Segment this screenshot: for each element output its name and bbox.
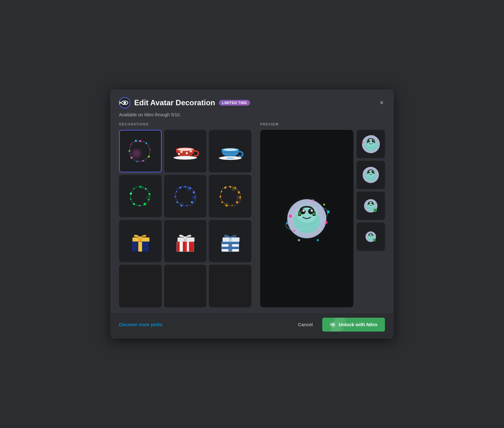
svg-point-114 bbox=[325, 221, 328, 224]
svg-point-159 bbox=[374, 209, 376, 211]
svg-point-7 bbox=[132, 149, 141, 158]
preview-size-small bbox=[357, 223, 385, 251]
gift-blue-white-icon bbox=[215, 226, 246, 257]
fairy-lights-pink-icon bbox=[125, 136, 156, 166]
preview-size-large bbox=[357, 130, 385, 158]
preview-sizes bbox=[357, 130, 385, 307]
svg-point-133 bbox=[362, 142, 364, 143]
frog-avatar-preview bbox=[282, 194, 332, 244]
frog-size-large bbox=[359, 132, 383, 156]
svg-point-175 bbox=[332, 324, 334, 325]
discord-nitro-icon bbox=[119, 97, 130, 108]
decoration-item-gift-red[interactable] bbox=[164, 220, 207, 263]
svg-point-116 bbox=[293, 230, 295, 232]
modal-title: Edit Avatar Decoration bbox=[134, 98, 215, 107]
svg-point-134 bbox=[378, 145, 380, 146]
svg-point-50 bbox=[186, 205, 188, 206]
svg-point-67 bbox=[219, 196, 221, 198]
svg-point-71 bbox=[237, 195, 241, 200]
svg-point-146 bbox=[373, 172, 375, 173]
svg-point-38 bbox=[139, 205, 140, 206]
header-left: Edit Avatar Decoration LIMITED TIME bbox=[119, 97, 250, 108]
svg-point-69 bbox=[224, 187, 226, 189]
svg-point-34 bbox=[145, 188, 147, 190]
svg-point-43 bbox=[140, 186, 143, 189]
ring-green-icon bbox=[125, 181, 156, 211]
svg-point-111 bbox=[312, 212, 316, 215]
svg-point-63 bbox=[236, 201, 238, 203]
svg-point-54 bbox=[176, 191, 177, 192]
svg-point-172 bbox=[373, 240, 375, 241]
decoration-item-teacup-red[interactable] bbox=[164, 130, 207, 172]
decoration-item-ring-blue[interactable] bbox=[164, 175, 207, 217]
footer-right: Cancel Unlock with Nitro bbox=[292, 318, 385, 332]
unlock-with-nitro-button[interactable]: Unlock with Nitro bbox=[322, 318, 385, 332]
decoration-item-partial-2[interactable] bbox=[164, 265, 207, 307]
svg-point-131 bbox=[366, 141, 368, 142]
svg-point-75 bbox=[139, 236, 141, 238]
svg-point-72 bbox=[225, 203, 228, 207]
svg-point-121 bbox=[298, 239, 300, 241]
svg-point-32 bbox=[131, 187, 150, 205]
svg-point-40 bbox=[130, 199, 131, 200]
nitro-button-icon bbox=[330, 321, 336, 328]
svg-point-42 bbox=[133, 188, 135, 189]
svg-rect-88 bbox=[183, 242, 187, 252]
svg-point-56 bbox=[187, 187, 191, 191]
preview-section-label: PREVIEW bbox=[260, 122, 385, 126]
svg-point-156 bbox=[368, 204, 369, 205]
svg-point-35 bbox=[148, 193, 151, 195]
svg-point-20 bbox=[186, 152, 188, 154]
decorations-section: DECORATIONS bbox=[119, 122, 251, 307]
svg-point-64 bbox=[232, 205, 233, 206]
modal-body: DECORATIONS bbox=[110, 122, 394, 312]
decoration-item-partial-1[interactable] bbox=[119, 265, 162, 307]
svg-point-120 bbox=[323, 204, 325, 205]
cancel-button[interactable]: Cancel bbox=[292, 319, 318, 330]
svg-point-47 bbox=[193, 191, 195, 194]
decoration-item-gift-yellow[interactable] bbox=[119, 220, 162, 263]
edit-avatar-decoration-modal: Edit Avatar Decoration LIMITED TIME × Av… bbox=[110, 90, 394, 338]
close-button[interactable]: × bbox=[378, 98, 385, 107]
svg-point-49 bbox=[191, 201, 193, 203]
preview-area bbox=[260, 130, 385, 307]
ring-gold-icon bbox=[215, 181, 246, 211]
svg-point-118 bbox=[286, 223, 288, 224]
discover-more-perks-button[interactable]: Discover more perks bbox=[119, 322, 163, 327]
svg-point-70 bbox=[232, 187, 236, 191]
svg-point-37 bbox=[144, 203, 146, 205]
svg-point-57 bbox=[192, 195, 196, 200]
svg-point-44 bbox=[146, 196, 150, 200]
decoration-item-partial-3[interactable] bbox=[209, 265, 251, 307]
limited-time-badge: LIMITED TIME bbox=[219, 100, 250, 106]
svg-point-39 bbox=[133, 203, 135, 205]
svg-point-55 bbox=[179, 187, 181, 189]
decoration-item-teacup-blue[interactable] bbox=[209, 130, 251, 172]
modal-header: Edit Avatar Decoration LIMITED TIME × bbox=[110, 90, 394, 111]
preview-section: PREVIEW bbox=[251, 122, 385, 307]
decorations-grid bbox=[119, 130, 251, 307]
svg-point-24 bbox=[177, 148, 193, 151]
svg-point-2 bbox=[123, 101, 126, 104]
svg-point-68 bbox=[221, 191, 222, 192]
modal-footer: Discover more perks Cancel Unlock with N… bbox=[110, 312, 394, 338]
svg-point-132 bbox=[374, 141, 375, 142]
svg-point-157 bbox=[373, 204, 374, 205]
svg-rect-84 bbox=[177, 242, 180, 252]
preview-size-medium bbox=[357, 192, 385, 220]
svg-point-58 bbox=[180, 203, 183, 207]
decoration-item-ring-green[interactable] bbox=[119, 175, 162, 217]
unlock-button-label: Unlock with Nitro bbox=[339, 322, 377, 327]
decoration-item-fairy-lights-pink[interactable] bbox=[119, 130, 162, 172]
svg-point-115 bbox=[312, 199, 314, 201]
svg-point-152 bbox=[369, 203, 370, 203]
svg-point-117 bbox=[327, 211, 329, 213]
decoration-item-ring-gold[interactable] bbox=[209, 175, 251, 217]
svg-point-141 bbox=[369, 171, 370, 172]
svg-point-31 bbox=[226, 158, 235, 159]
preview-avatar-container bbox=[278, 190, 335, 247]
svg-point-26 bbox=[175, 157, 195, 159]
decoration-item-gift-blue-white[interactable] bbox=[209, 220, 251, 263]
teacup-blue-icon bbox=[215, 136, 246, 166]
svg-point-22 bbox=[178, 153, 180, 155]
